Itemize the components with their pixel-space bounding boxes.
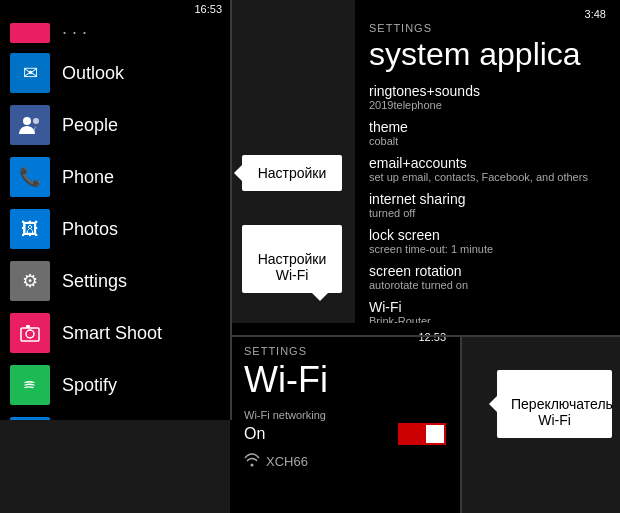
panel-border-vertical-right: [460, 337, 462, 513]
wifi-settings-panel: 12:53 SETTINGS Wi-Fi Wi-Fi networking On…: [230, 323, 460, 513]
app-item-people[interactable]: People: [0, 99, 230, 151]
svg-point-0: [23, 117, 31, 125]
app-item-smartshoot[interactable]: Smart Shoot: [0, 307, 230, 359]
app-item-partial: · · ·: [0, 18, 230, 47]
spotify-label: Spotify: [62, 375, 117, 396]
setting-screen-rotation: screen rotation autorotate turned on: [369, 263, 606, 291]
wifi-signal-icon: [244, 453, 260, 470]
store-icon: [10, 417, 50, 420]
settings-panel-label: SETTINGS: [369, 22, 606, 34]
app-item-settings[interactable]: ⚙ Settings: [0, 255, 230, 307]
settings-panel-title: system applica: [369, 36, 606, 73]
people-icon: [10, 105, 50, 145]
app-item-phone[interactable]: 📞 Phone: [0, 151, 230, 203]
wifi-panel-label: SETTINGS: [244, 345, 446, 357]
settings-label: Settings: [62, 271, 127, 292]
panel-border-vertical-left: [230, 0, 232, 420]
phone-label: Phone: [62, 167, 114, 188]
wifi-panel-title: Wi-Fi: [244, 359, 446, 401]
wifi-on-row: On: [244, 423, 446, 445]
wifi-toggle[interactable]: [398, 423, 446, 445]
spotify-icon: [10, 365, 50, 405]
people-label: People: [62, 115, 118, 136]
svg-rect-4: [26, 325, 30, 328]
setting-lock-screen: lock screen screen time-out: 1 minute: [369, 227, 606, 255]
photos-icon: 🖼: [10, 209, 50, 249]
callout-wifi-toggle: Переключатель Wi-Fi: [497, 370, 612, 438]
setting-email: email+accounts set up email, contacts, F…: [369, 155, 606, 183]
system-settings-panel: 3:48 SETTINGS system applica ringtones+s…: [355, 0, 620, 335]
setting-internet-sharing: internet sharing turned off: [369, 191, 606, 219]
outlook-icon: ✉: [10, 53, 50, 93]
settings-icon: ⚙: [10, 261, 50, 301]
wifi-network-item: XCH66: [244, 453, 446, 470]
app-item-outlook[interactable]: ✉ Outlook: [0, 47, 230, 99]
phone-icon: 📞: [10, 157, 50, 197]
status-bar-wifi: 12:53: [244, 331, 446, 343]
app-item-photos[interactable]: 🖼 Photos: [0, 203, 230, 255]
photos-label: Photos: [62, 219, 118, 240]
app-item-store[interactable]: Store: [0, 411, 230, 420]
wifi-networking-label: Wi-Fi networking: [244, 409, 446, 421]
status-bar-left: 16:53: [0, 0, 230, 18]
status-bar-settings: 3:48: [369, 8, 606, 20]
svg-point-5: [20, 375, 40, 395]
setting-theme: theme cobalt: [369, 119, 606, 147]
app-item-spotify[interactable]: Spotify: [0, 359, 230, 411]
partial-icon: [10, 23, 50, 43]
callout-wifi-settings: Настройки Wi-Fi: [242, 225, 342, 293]
smartshoot-icon: [10, 313, 50, 353]
partial-name: · · ·: [62, 22, 87, 43]
wifi-toggle-knob: [426, 425, 444, 443]
wifi-on-text: On: [244, 425, 265, 443]
svg-point-3: [26, 330, 34, 338]
outlook-label: Outlook: [62, 63, 124, 84]
smartshoot-label: Smart Shoot: [62, 323, 162, 344]
svg-point-1: [33, 118, 39, 124]
setting-ringtones: ringtones+sounds 2019telephone: [369, 83, 606, 111]
svg-point-14: [251, 464, 254, 467]
wifi-network-name: XCH66: [266, 454, 308, 469]
callout-settings: Настройки: [242, 155, 342, 191]
panel-border-horizontal: [232, 335, 620, 337]
app-list-panel: 16:53 · · · ✉ Outlook People 📞 Phone 🖼 P…: [0, 0, 230, 420]
